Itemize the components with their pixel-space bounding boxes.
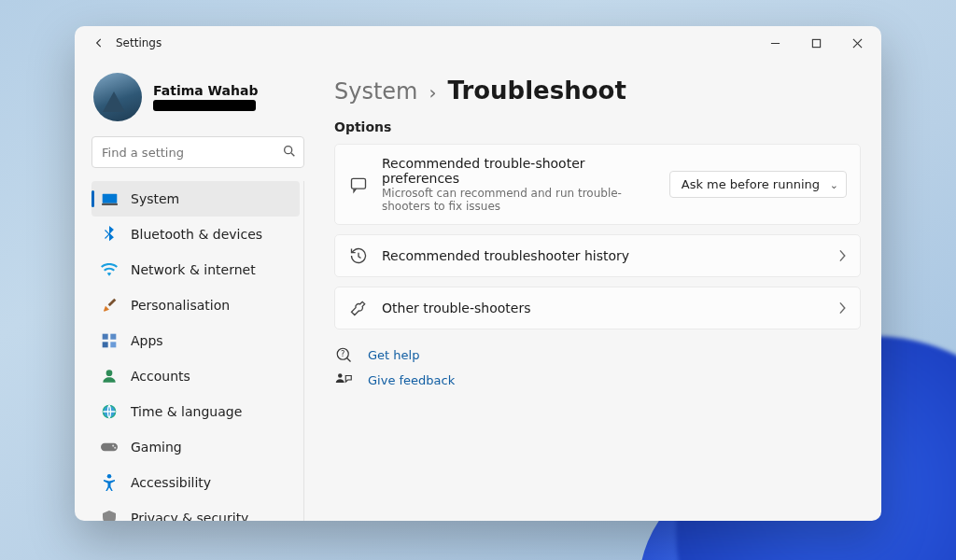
nav-bluetooth[interactable]: Bluetooth & devices — [91, 217, 300, 252]
svg-line-5 — [291, 153, 294, 156]
svg-text:?: ? — [341, 349, 344, 358]
svg-rect-18 — [352, 178, 366, 189]
paintbrush-icon — [101, 298, 118, 313]
nav-apps[interactable]: Apps — [91, 323, 300, 358]
nav-label: System — [131, 191, 179, 206]
person-icon — [101, 369, 118, 384]
search-icon — [282, 144, 297, 159]
svg-point-12 — [106, 370, 113, 376]
apps-icon — [101, 333, 118, 348]
search-box[interactable] — [91, 136, 304, 168]
nav-label: Privacy & security — [131, 511, 248, 521]
avatar — [93, 73, 142, 121]
history-icon — [348, 246, 369, 265]
card-history[interactable]: Recommended troubleshooter history — [334, 234, 861, 277]
nav-label: Apps — [131, 333, 163, 348]
nav-label: Bluetooth & devices — [131, 227, 262, 242]
titlebar: Settings — [75, 26, 881, 60]
profile-email-redacted — [153, 100, 256, 111]
nav-accounts[interactable]: Accounts — [91, 358, 300, 394]
gamepad-icon — [101, 441, 118, 453]
card-troubleshooter-prefs: Recommended trouble-shooter preferences … — [334, 144, 861, 225]
svg-rect-9 — [110, 334, 116, 340]
nav-network[interactable]: Network & internet — [91, 252, 300, 287]
globe-icon — [101, 404, 118, 419]
give-feedback-link[interactable]: Give feedback — [368, 373, 455, 387]
svg-rect-6 — [102, 193, 117, 203]
maximize-button[interactable] — [795, 29, 836, 57]
nav-label: Network & internet — [131, 262, 256, 277]
chevron-right-icon — [837, 301, 847, 315]
nav-privacy[interactable]: Privacy & security — [91, 500, 300, 521]
breadcrumb: System › Troubleshoot — [334, 77, 861, 105]
svg-point-4 — [285, 147, 292, 154]
sidebar: Fatima Wahab System Bluetooth & devices — [75, 60, 317, 521]
accessibility-icon — [101, 474, 118, 491]
breadcrumb-parent[interactable]: System — [334, 78, 418, 105]
wrench-icon — [348, 299, 369, 317]
svg-point-15 — [112, 445, 114, 447]
card-other-troubleshooters[interactable]: Other trouble-shooters — [334, 287, 861, 329]
svg-rect-7 — [102, 203, 118, 204]
chevron-right-icon: › — [429, 81, 437, 104]
svg-rect-11 — [110, 342, 116, 347]
profile-block[interactable]: Fatima Wahab — [91, 69, 304, 136]
feedback-row: Give feedback — [334, 372, 861, 387]
svg-point-22 — [338, 373, 343, 378]
svg-rect-10 — [103, 342, 108, 347]
dropdown-value: Ask me before running — [682, 177, 820, 191]
svg-rect-8 — [103, 334, 108, 340]
nav-time-language[interactable]: Time & language — [91, 394, 300, 429]
nav-list: System Bluetooth & devices Network & int… — [91, 181, 304, 521]
svg-point-16 — [114, 447, 116, 449]
shield-icon — [101, 511, 118, 522]
nav-personalisation[interactable]: Personalisation — [91, 287, 300, 323]
search-input[interactable] — [91, 136, 304, 168]
nav-label: Gaming — [131, 440, 182, 455]
get-help-row: ? Get help — [334, 346, 861, 363]
nav-label: Accounts — [131, 369, 190, 384]
nav-label: Time & language — [131, 404, 242, 419]
section-heading: Options — [334, 119, 861, 134]
main-content: System › Troubleshoot Options Recommende… — [317, 60, 881, 521]
minimize-button[interactable] — [754, 29, 795, 57]
page-title: Troubleshoot — [448, 77, 626, 105]
nav-label: Personalisation — [131, 298, 230, 313]
display-icon — [101, 193, 118, 205]
feedback-icon — [334, 372, 353, 387]
svg-line-20 — [347, 358, 351, 362]
nav-system[interactable]: System — [91, 181, 300, 217]
bluetooth-icon — [101, 226, 118, 243]
card-subtitle: Microsoft can recommend and run trouble-… — [382, 187, 656, 213]
svg-point-17 — [107, 474, 112, 479]
card-title: Other trouble-shooters — [382, 301, 824, 315]
back-button[interactable] — [88, 36, 110, 49]
chevron-down-icon: ⌄ — [830, 178, 838, 190]
wifi-icon — [101, 263, 118, 276]
nav-label: Accessibility — [131, 475, 211, 490]
settings-window: Settings Fatima Wahab — [75, 26, 881, 521]
help-icon: ? — [334, 346, 353, 363]
svg-rect-1 — [812, 39, 820, 47]
chat-icon — [348, 175, 369, 194]
profile-name: Fatima Wahab — [153, 83, 258, 98]
prefs-dropdown[interactable]: Ask me before running ⌄ — [669, 171, 847, 198]
close-button[interactable] — [836, 29, 878, 57]
chevron-right-icon — [837, 249, 847, 262]
nav-accessibility[interactable]: Accessibility — [91, 465, 300, 500]
get-help-link[interactable]: Get help — [368, 348, 419, 362]
card-title: Recommended trouble-shooter preferences — [382, 156, 656, 186]
nav-gaming[interactable]: Gaming — [91, 429, 300, 465]
card-title: Recommended troubleshooter history — [382, 248, 824, 263]
window-title: Settings — [116, 36, 162, 49]
footer-links: ? Get help Give feedback — [334, 346, 861, 387]
